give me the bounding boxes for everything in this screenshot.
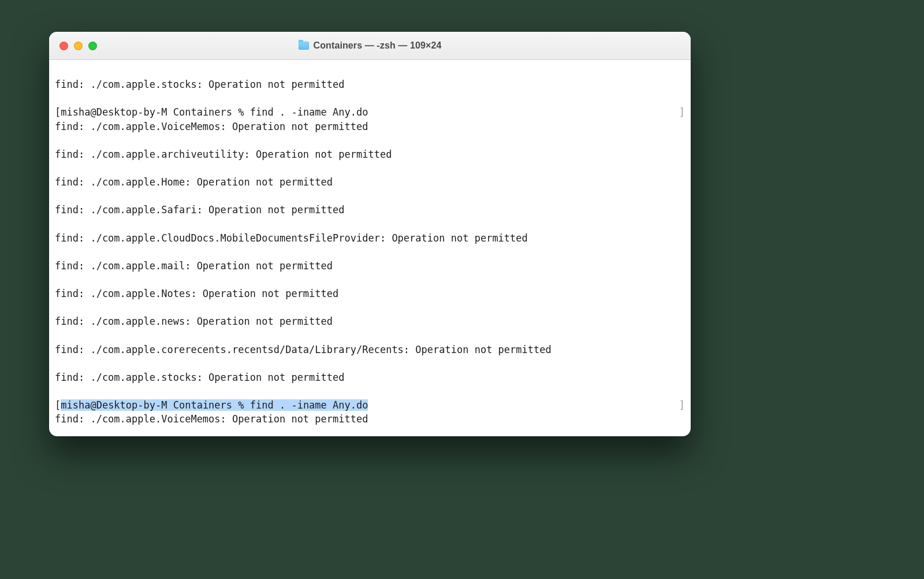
prompt-open-bracket: [ <box>55 399 61 411</box>
folder-icon <box>299 42 309 50</box>
window-title: Containers — -zsh — 109×24 <box>314 40 442 51</box>
prompt-close-bracket: ] <box>679 398 685 412</box>
terminal-line: find: ./com.apple.CloudDocs.MobileDocume… <box>55 231 685 245</box>
stage: Containers — -zsh — 109×24 find: ./com.a… <box>0 0 924 579</box>
terminal-line: find: ./com.apple.Notes: Operation not p… <box>55 287 685 300</box>
terminal-line: find: ./com.apple.VoiceMemos: Operation … <box>55 120 685 133</box>
zoom-icon[interactable] <box>88 42 97 50</box>
terminal-line: find: ./com.apple.mail: Operation not pe… <box>55 259 685 273</box>
titlebar[interactable]: Containers — -zsh — 109×24 <box>49 32 691 60</box>
terminal-line: find: ./com.apple.corerecents.recentsd/D… <box>55 343 685 357</box>
close-icon[interactable] <box>59 42 68 50</box>
terminal-line: find: ./com.apple.archiveutility: Operat… <box>55 147 685 161</box>
minimize-icon[interactable] <box>74 42 83 50</box>
terminal-line: find: ./com.apple.Safari: Operation not … <box>55 203 685 217</box>
terminal-line: find: ./com.apple.Home: Operation not pe… <box>55 175 685 189</box>
terminal-body[interactable]: find: ./com.apple.stocks: Operation not … <box>49 60 691 436</box>
traffic-lights <box>59 42 97 50</box>
terminal-line: find: ./com.apple.VoiceMemos: Operation … <box>55 412 685 426</box>
terminal-window: Containers — -zsh — 109×24 find: ./com.a… <box>49 32 691 436</box>
terminal-prompt: misha@Desktop-by-M Containers % find . -… <box>61 106 368 118</box>
terminal-line: find: ./com.apple.stocks: Operation not … <box>55 77 685 91</box>
terminal-line: find: ./com.apple.news: Operation not pe… <box>55 314 685 328</box>
terminal-prompt-highlighted: misha@Desktop-by-M Containers % find . -… <box>61 399 368 411</box>
window-title-wrap: Containers — -zsh — 109×24 <box>49 40 691 51</box>
prompt-close-bracket: ] <box>679 105 685 119</box>
terminal-line: find: ./com.apple.stocks: Operation not … <box>55 370 685 384</box>
prompt-open-bracket: [ <box>55 106 61 118</box>
